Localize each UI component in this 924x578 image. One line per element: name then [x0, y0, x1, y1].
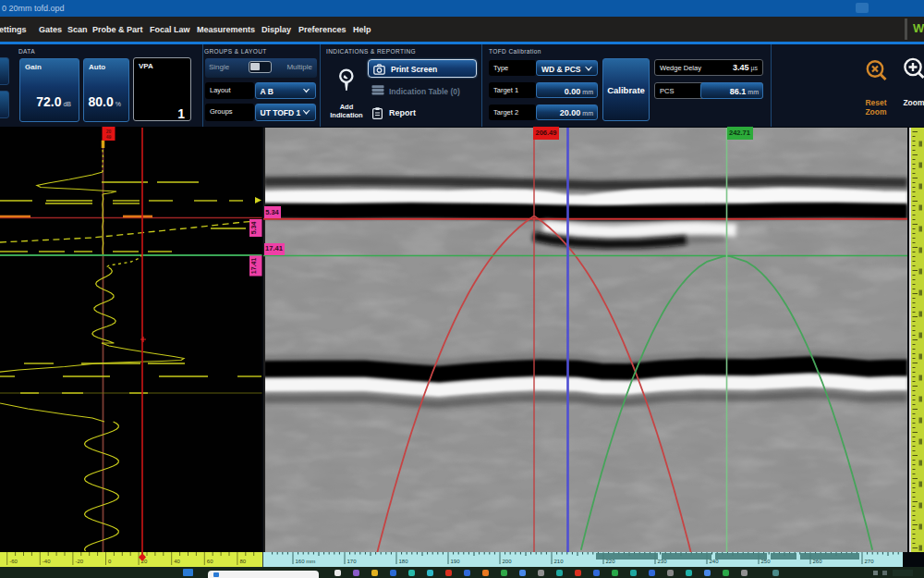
svg-text:160 mm: 160 mm [296, 559, 316, 564]
svg-text:170: 170 [347, 559, 358, 564]
svg-text:-60: -60 [9, 559, 18, 564]
svg-text:49: 49 [106, 134, 112, 140]
svg-text:180: 180 [399, 559, 409, 564]
svg-text:5.34: 5.34 [250, 222, 257, 235]
svg-text:40: 40 [174, 559, 180, 564]
svg-text:270: 270 [865, 559, 875, 564]
svg-text:60: 60 [207, 559, 213, 564]
svg-text:-20: -20 [75, 559, 83, 564]
svg-text:190: 190 [451, 559, 461, 564]
svg-text:-40: -40 [43, 559, 51, 564]
svg-text:80: 80 [239, 559, 246, 564]
svg-text:200: 200 [503, 559, 513, 564]
svg-text:17.41: 17.41 [250, 258, 257, 275]
svg-text:210: 210 [554, 559, 565, 564]
